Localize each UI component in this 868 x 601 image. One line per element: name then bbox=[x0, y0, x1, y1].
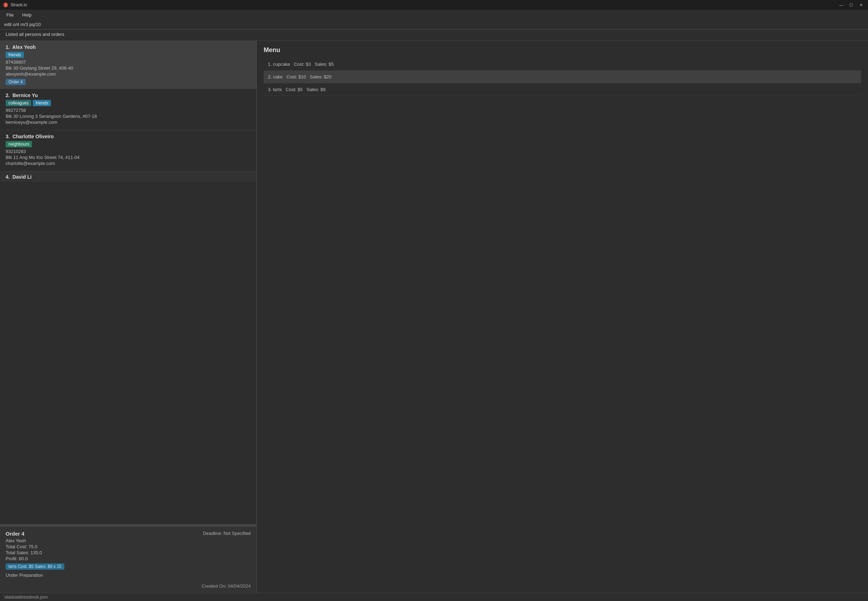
menu-title: Menu bbox=[263, 46, 861, 54]
order-title: Order 4 bbox=[6, 531, 24, 537]
person-3-tags: neighbours bbox=[6, 141, 251, 147]
person-1-order: Order 4 bbox=[6, 79, 26, 85]
person-2-phone: 99272758 bbox=[6, 108, 251, 113]
order-status: Under Preparation bbox=[6, 572, 251, 578]
main-content: 1. Alex Yeoh friends 87438807 Blk 30 Gey… bbox=[0, 41, 868, 593]
order-total-sales: Total Sales: 135.0 bbox=[6, 550, 251, 555]
menu-file[interactable]: File bbox=[3, 11, 17, 19]
order-total-cost: Total Cost: 75.0 bbox=[6, 544, 251, 549]
svg-text:S: S bbox=[5, 3, 7, 7]
person-1-email: alexyeoh@example.com bbox=[6, 72, 251, 77]
order-profit: Profit: 60.0 bbox=[6, 556, 251, 561]
person-1-phone: 87438807 bbox=[6, 59, 251, 65]
order-deadline: Deadline: Not Specified bbox=[203, 531, 251, 536]
title-bar-controls: — ☐ ✕ bbox=[837, 2, 865, 8]
bottom-bar: \data\addressbook.json bbox=[0, 593, 868, 601]
person-3-email: charlotte@example.com bbox=[6, 161, 251, 166]
status-message: Listed all persons and orders bbox=[6, 32, 64, 37]
toolbar-text: edit o/4 m/3 pq/10 bbox=[4, 22, 41, 27]
toolbar: edit o/4 m/3 pq/10 bbox=[0, 20, 868, 29]
order-detail-header: Order 4 Deadline: Not Specified bbox=[6, 531, 251, 537]
left-panel: 1. Alex Yeoh friends 87438807 Blk 30 Gey… bbox=[0, 41, 257, 593]
person-1-name: 1. Alex Yeoh bbox=[6, 44, 251, 50]
status-bar: Listed all persons and orders bbox=[0, 29, 868, 41]
person-3-address: Blk 11 Ang Mo Kio Street 74, #11-04 bbox=[6, 155, 251, 160]
person-2-address: Blk 30 Lorong 3 Serangoon Gardens, #07-1… bbox=[6, 114, 251, 119]
person-item-3[interactable]: 3. Charlotte Oliveiro neighbours 9321028… bbox=[0, 130, 256, 171]
persons-list: 1. Alex Yeoh friends 87438807 Blk 30 Gey… bbox=[0, 41, 256, 524]
menu-item-1[interactable]: 1. cupcake Cost: $3 Sales: $5 bbox=[263, 58, 861, 71]
tag-friends-1: friends bbox=[6, 52, 24, 58]
order-item-tag: tarts Cost: $5 Sales: $9 x 15 bbox=[6, 563, 64, 570]
person-2-email: berniceyu@example.com bbox=[6, 120, 251, 125]
app-icon: S bbox=[3, 2, 8, 8]
person-2-name: 2. Bernice Yu bbox=[6, 93, 251, 98]
maximize-button[interactable]: ☐ bbox=[847, 2, 855, 8]
close-button[interactable]: ✕ bbox=[857, 2, 865, 8]
person-item-1[interactable]: 1. Alex Yeoh friends 87438807 Blk 30 Gey… bbox=[0, 41, 256, 89]
file-path: \data\addressbook.json bbox=[4, 595, 48, 599]
person-item-2[interactable]: 2. Bernice Yu colleagues friends 9927275… bbox=[0, 89, 256, 130]
person-1-tags: friends bbox=[6, 52, 251, 58]
menu-item-2[interactable]: 2. cake Cost: $10 Sales: $20 bbox=[263, 71, 861, 83]
title-bar: S Strack.io — ☐ ✕ bbox=[0, 0, 868, 10]
order-customer: Alex Yeoh bbox=[6, 538, 251, 543]
menu-help[interactable]: Help bbox=[19, 11, 35, 19]
tag-friends-2: friends bbox=[33, 100, 51, 106]
person-2-tags: colleagues friends bbox=[6, 100, 251, 106]
person-1-address: Blk 30 Geylang Street 29, #06-40 bbox=[6, 66, 251, 71]
person-4-name: 4. David Li bbox=[6, 174, 251, 180]
tag-neighbours-3: neighbours bbox=[6, 141, 32, 147]
tag-colleagues-2: colleagues bbox=[6, 100, 31, 106]
right-panel: Menu 1. cupcake Cost: $3 Sales: $5 2. ca… bbox=[257, 41, 868, 593]
person-3-name: 3. Charlotte Oliveiro bbox=[6, 134, 251, 139]
person-3-phone: 93210283 bbox=[6, 149, 251, 154]
order-created: Created On: 04/04/2024 bbox=[6, 583, 251, 589]
menu-list: 1. cupcake Cost: $3 Sales: $5 2. cake Co… bbox=[263, 58, 861, 96]
title-bar-left: S Strack.io bbox=[3, 2, 27, 8]
minimize-button[interactable]: — bbox=[837, 2, 845, 8]
menu-item-3[interactable]: 3. tarts Cost: $5 Sales: $9 bbox=[263, 83, 861, 96]
menu-bar: File Help bbox=[0, 10, 868, 20]
app-title: Strack.io bbox=[11, 3, 27, 8]
order-detail: Order 4 Deadline: Not Specified Alex Yeo… bbox=[0, 526, 256, 593]
person-item-4[interactable]: 4. David Li bbox=[0, 171, 256, 182]
